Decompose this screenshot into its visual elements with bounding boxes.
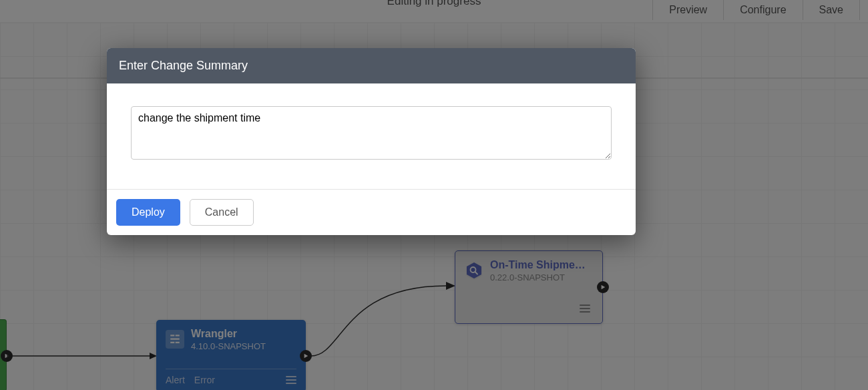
cancel-button[interactable]: Cancel: [190, 199, 254, 226]
app-root: Editing in progress Preview Configure Sa…: [0, 0, 868, 390]
change-summary-modal: Enter Change Summary Deploy Cancel: [107, 48, 636, 235]
modal-title: Enter Change Summary: [107, 48, 636, 83]
deploy-button[interactable]: Deploy: [116, 199, 180, 226]
change-summary-input[interactable]: [131, 106, 612, 160]
